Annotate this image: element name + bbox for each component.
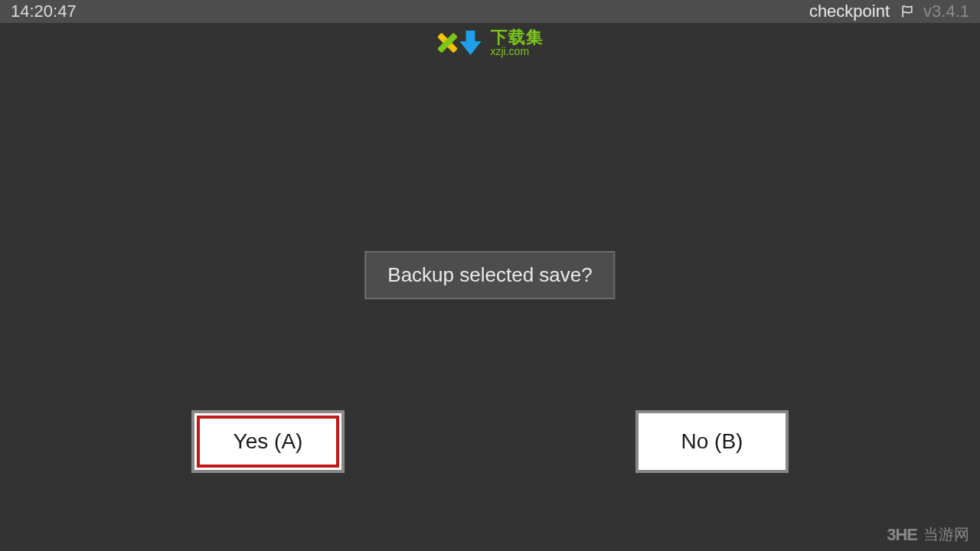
dialog-message: Backup selected save? [364,251,615,299]
flag-icon [899,3,916,20]
watermark-top-cn: 下载集 [491,29,544,46]
watermark-x-icon [437,32,459,54]
watermark-bottom-logo: 3HE [887,525,917,545]
app-name: checkpoint [809,2,890,21]
watermark-top-en: xzji.com [491,46,544,57]
watermark-bottom: 3HE 当游网 [887,524,969,545]
no-button[interactable]: No (B) [635,410,789,473]
clock-time: 14:20:47 [11,2,77,21]
watermark-bottom-cn: 当游网 [923,524,969,545]
download-arrow-icon [456,28,486,58]
app-version: v3.4.1 [923,2,969,21]
top-bar: 14:20:47 checkpoint v3.4.1 [0,0,980,23]
yes-button[interactable]: Yes (A) [191,410,345,473]
watermark-top: 下载集 xzji.com [437,28,544,58]
yes-button-label: Yes (A) [234,429,303,454]
dialog-buttons: Yes (A) No (B) [0,410,980,473]
no-button-label: No (B) [681,429,743,454]
